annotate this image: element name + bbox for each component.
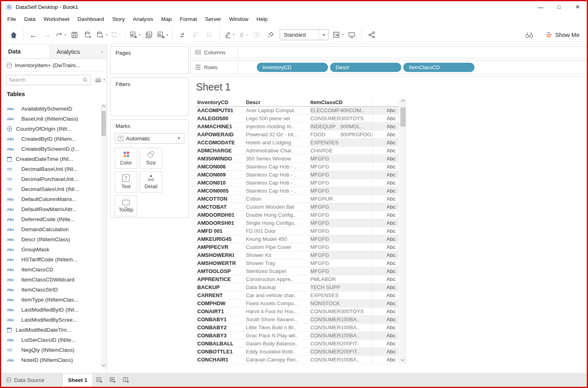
- field-pill[interactable]: InventoryCD: [257, 63, 328, 72]
- datasource-item[interactable]: InventoryItem+ (DwTraini...: [1, 59, 107, 72]
- cell-itemclasscd[interactable]: MFGPUR: [310, 195, 373, 203]
- cell-mark-text[interactable]: Abc: [373, 235, 399, 243]
- cell-itemclasscd[interactable]: MFGFG: [310, 251, 373, 259]
- field-item[interactable]: BaseUnit (INItemClass): [1, 114, 100, 124]
- cell-inventorycd[interactable]: AMTOOLOSP: [196, 267, 246, 275]
- search-input[interactable]: [6, 77, 82, 83]
- cell-mark-text[interactable]: Abc: [373, 123, 399, 130]
- table-row[interactable]: AAPOWERAID Poweraid 32 Oz - lot .. FOOD …: [196, 131, 399, 139]
- cell-descr[interactable]: Fixed Assets Compu..: [246, 300, 310, 307]
- cell-descr[interactable]: Single Hung Configu..: [246, 219, 310, 227]
- mark-property-button[interactable]: Color: [115, 148, 137, 169]
- new-datasource-button[interactable]: [82, 28, 94, 42]
- cell-inventorycd[interactable]: AMCON006: [196, 163, 246, 170]
- cell-itemclasscd[interactable]: CHARGE: [310, 147, 373, 154]
- cell-inventorycd[interactable]: AMFD 001: [196, 227, 246, 235]
- table-row[interactable]: AALEGO500 Lego 500 piece set CONSUMER 30…: [196, 115, 399, 123]
- cell-mark-text[interactable]: Abc: [373, 332, 399, 339]
- datasource-tab[interactable]: Data Source: [1, 374, 62, 386]
- sidebar-tab[interactable]: Analytics: [50, 45, 98, 58]
- cell-mark-text[interactable]: Abc: [373, 147, 399, 154]
- table-row[interactable]: AMPIPECVR Custom Pipe Cover MFGFG Abc: [196, 243, 399, 251]
- field-item[interactable]: LastModifiedByID (INI...: [1, 305, 100, 315]
- maximize-button[interactable]: □: [550, 1, 568, 13]
- cell-mark-text[interactable]: Abc: [373, 356, 399, 363]
- cell-descr[interactable]: Keurig Model 450: [246, 235, 310, 243]
- forward-button[interactable]: →: [41, 28, 53, 42]
- field-item[interactable]: ItemClassCD: [1, 265, 100, 275]
- fit-mode-select[interactable]: Standard ▼: [280, 29, 329, 40]
- field-item[interactable]: NegQty (INItemClass): [1, 345, 100, 355]
- cell-mark-text[interactable]: Abc: [373, 251, 399, 259]
- pause-updates-button[interactable]: ▾: [96, 28, 108, 42]
- cell-descr[interactable]: Caravan Canopy Rec..: [246, 356, 310, 363]
- cell-itemclasscd[interactable]: CONSUMER 200FIT..: [310, 340, 373, 347]
- field-item[interactable]: DefaultRowMatrixAttr...: [1, 204, 100, 214]
- cell-mark-text[interactable]: Abc: [373, 259, 399, 267]
- table-row[interactable]: AMCOTTON Cotton MFGPUR Abc: [196, 195, 399, 203]
- cell-mark-text[interactable]: Abc: [373, 171, 399, 179]
- column-header[interactable]: InventoryCD: [196, 99, 246, 106]
- cell-descr[interactable]: Double Hung Config..: [246, 211, 310, 219]
- cell-descr[interactable]: Hotels and Lodging: [246, 139, 310, 146]
- field-item[interactable]: CountryOfOrigin (INIt...: [1, 124, 100, 134]
- field-item[interactable]: ItemClassCDWildcard: [1, 275, 100, 285]
- cell-itemclasscd[interactable]: TECH SUPP: [310, 283, 373, 291]
- cell-descr[interactable]: Lego 500 piece set: [246, 115, 310, 122]
- table-row[interactable]: AM350WINDO 350 Series Window MFGFG Abc: [196, 155, 399, 163]
- text-label-button[interactable]: [251, 28, 263, 42]
- table-row[interactable]: AMCON006 Stainless Cap Hob - .. MFGFG Ab…: [196, 163, 399, 171]
- find-binoculars-button[interactable]: [523, 28, 535, 42]
- cell-mark-text[interactable]: Abc: [373, 300, 399, 307]
- cell-itemclasscd[interactable]: EXPENSES: [310, 139, 373, 146]
- scroll-down-icon[interactable]: [401, 357, 405, 361]
- table-row[interactable]: CONBABY1 South Shore Savann.. CONSUMER 1…: [196, 316, 399, 324]
- cell-itemclasscd[interactable]: CONSUMER 100BA..: [310, 316, 373, 323]
- undo-redo-button[interactable]: ▾: [55, 28, 67, 42]
- cell-inventorycd[interactable]: CONBALBALL: [196, 340, 246, 347]
- cell-descr[interactable]: Eddy Insulated Bottl..: [246, 348, 310, 355]
- cell-inventorycd[interactable]: AAPOWERAID: [196, 131, 246, 138]
- cell-mark-text[interactable]: Abc: [373, 219, 399, 227]
- cell-itemclasscd[interactable]: CONSUMER 100BA..: [310, 356, 373, 363]
- cell-mark-text[interactable]: Abc: [373, 348, 399, 355]
- cell-descr[interactable]: South Shore Savann..: [246, 316, 310, 323]
- cell-inventorycd[interactable]: ACCOMODATE: [196, 139, 246, 146]
- cell-inventorycd[interactable]: AMKEURIG45: [196, 235, 246, 243]
- cell-mark-text[interactable]: Abc: [373, 283, 399, 291]
- sheet-title[interactable]: Sheet 1: [196, 81, 231, 93]
- cell-inventorycd[interactable]: AMCON009: [196, 171, 246, 179]
- cell-itemclasscd[interactable]: MFGFG: [310, 179, 373, 187]
- cell-descr[interactable]: Stainless Cap Hob - ..: [246, 187, 310, 195]
- cell-mark-text[interactable]: Abc: [373, 211, 399, 219]
- cell-mark-text[interactable]: Abc: [373, 243, 399, 251]
- marks-card[interactable]: Marks T Automatic ▼ Color Size Text Deta…: [110, 119, 189, 218]
- table-row[interactable]: APPRENTICE Construction Appre.. PMLABOR …: [196, 275, 399, 283]
- field-item[interactable]: DecimalBaseUnit (INI...: [1, 164, 100, 174]
- cell-descr[interactable]: Construction Appre..: [246, 275, 310, 283]
- menu-item[interactable]: Dashboard: [74, 14, 108, 24]
- cell-itemclasscd[interactable]: PMLABOR: [310, 275, 373, 283]
- table-row[interactable]: AMFD 001 FD.001 Door MFGFG Abc: [196, 227, 399, 235]
- cell-mark-text[interactable]: Abc: [373, 195, 399, 203]
- show-mark-labels-button[interactable]: ▾: [332, 28, 344, 42]
- column-header[interactable]: ItemClassCD: [310, 99, 373, 106]
- mark-property-button[interactable]: Tooltip: [115, 195, 137, 216]
- cell-itemclasscd[interactable]: NONSTOCK: [310, 300, 373, 307]
- cell-inventorycd[interactable]: AALEGO500: [196, 115, 246, 122]
- table-row[interactable]: CONCHAIR1 Caravan Canopy Rec.. CONSUMER …: [196, 356, 399, 364]
- new-story-tab-button[interactable]: [120, 374, 133, 386]
- cell-inventorycd[interactable]: AMCON010: [196, 179, 246, 187]
- cell-inventorycd[interactable]: ADMCHARGE: [196, 147, 246, 154]
- cell-itemclasscd[interactable]: ELECCOMP 400COM..: [310, 107, 373, 114]
- scroll-up-icon[interactable]: [401, 100, 405, 104]
- cell-mark-text[interactable]: Abc: [373, 292, 399, 299]
- cell-descr[interactable]: Custom Wooden Bat: [246, 203, 310, 211]
- field-item[interactable]: Descr (INItemClass): [1, 234, 100, 244]
- minimize-button[interactable]: —: [531, 1, 550, 13]
- menu-item[interactable]: Map: [157, 14, 175, 24]
- sheet-tab-active[interactable]: Sheet 1: [62, 374, 93, 386]
- cell-itemclasscd[interactable]: CONSUMER 100BA..: [310, 324, 373, 331]
- sort-ascending-button[interactable]: [190, 28, 202, 42]
- cell-mark-text[interactable]: Abc: [373, 227, 399, 235]
